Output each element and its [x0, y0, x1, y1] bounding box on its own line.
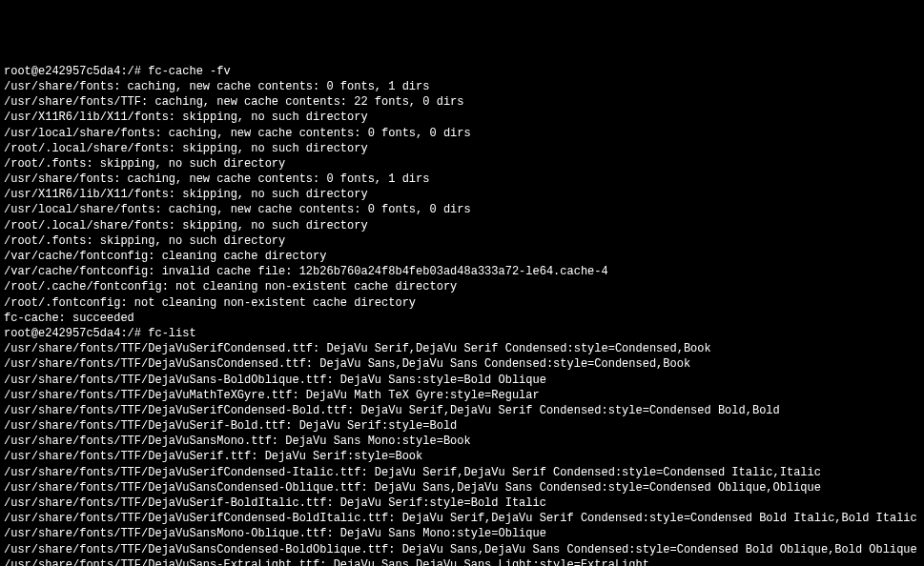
- shell-prompt: root@e242957c5da4:/#: [4, 327, 148, 340]
- prompt-line-2: root@e242957c5da4:/# fc-list: [4, 326, 920, 341]
- output-line: /root/.local/share/fonts: skipping, no s…: [4, 218, 920, 233]
- output-line: /usr/share/fonts/TTF/DejaVuSerif-BoldIta…: [4, 495, 920, 511]
- output-line: /usr/local/share/fonts: caching, new cac…: [4, 126, 920, 141]
- output-line: /usr/share/fonts/TTF: caching, new cache…: [4, 94, 920, 110]
- output-line: /var/cache/fontconfig: invalid cache fil…: [4, 264, 920, 279]
- output-line: /usr/X11R6/lib/X11/fonts: skipping, no s…: [4, 110, 920, 125]
- output-line: /usr/share/fonts/TTF/DejaVuSans-ExtraLig…: [4, 557, 920, 566]
- output-line: /var/cache/fontconfig: cleaning cache di…: [4, 249, 920, 264]
- output-line: /root/.local/share/fonts: skipping, no s…: [4, 141, 920, 156]
- fc-list-output: /usr/share/fonts/TTF/DejaVuSerifCondense…: [4, 341, 920, 566]
- output-line: /usr/share/fonts/TTF/DejaVuSans-BoldObli…: [4, 373, 920, 388]
- shell-prompt: root@e242957c5da4:/#: [4, 65, 148, 78]
- output-line: /usr/share/fonts/TTF/DejaVuSerifCondense…: [4, 511, 920, 526]
- fc-cache-output: /usr/share/fonts: caching, new cache con…: [4, 79, 920, 326]
- output-line: fc-cache: succeeded: [4, 311, 920, 326]
- output-line: /usr/share/fonts/TTF/DejaVuSansMono.ttf:…: [4, 434, 920, 449]
- output-line: /root/.fontconfig: not cleaning non-exis…: [4, 295, 920, 311]
- output-line: /usr/share/fonts/TTF/DejaVuSerifCondense…: [4, 403, 920, 418]
- output-line: /usr/X11R6/lib/X11/fonts: skipping, no s…: [4, 187, 920, 202]
- output-line: /usr/share/fonts/TTF/DejaVuSerif.ttf: De…: [4, 449, 920, 464]
- output-line: /root/.cache/fontconfig: not cleaning no…: [4, 279, 920, 294]
- output-line: /usr/share/fonts: caching, new cache con…: [4, 79, 920, 94]
- output-line: /usr/share/fonts: caching, new cache con…: [4, 172, 920, 187]
- command-text: fc-list: [148, 327, 195, 340]
- output-line: /usr/share/fonts/TTF/DejaVuSerif-Bold.tt…: [4, 418, 920, 434]
- output-line: /root/.fonts: skipping, no such director…: [4, 233, 920, 249]
- output-line: /usr/share/fonts/TTF/DejaVuSerifCondense…: [4, 465, 920, 480]
- output-line: /root/.fonts: skipping, no such director…: [4, 156, 920, 172]
- output-line: /usr/share/fonts/TTF/DejaVuSansMono-Obli…: [4, 526, 920, 541]
- command-text: fc-cache -fv: [148, 65, 230, 78]
- output-line: /usr/share/fonts/TTF/DejaVuSerifCondense…: [4, 341, 920, 356]
- output-line: /usr/share/fonts/TTF/DejaVuSansCondensed…: [4, 542, 920, 557]
- output-line: /usr/local/share/fonts: caching, new cac…: [4, 202, 920, 217]
- output-line: /usr/share/fonts/TTF/DejaVuSansCondensed…: [4, 480, 920, 495]
- output-line: /usr/share/fonts/TTF/DejaVuSansCondensed…: [4, 356, 920, 372]
- output-line: /usr/share/fonts/TTF/DejaVuMathTeXGyre.t…: [4, 388, 920, 403]
- terminal-output[interactable]: root@e242957c5da4:/# fc-cache -fv/usr/sh…: [4, 64, 920, 566]
- prompt-line-1: root@e242957c5da4:/# fc-cache -fv: [4, 64, 920, 79]
